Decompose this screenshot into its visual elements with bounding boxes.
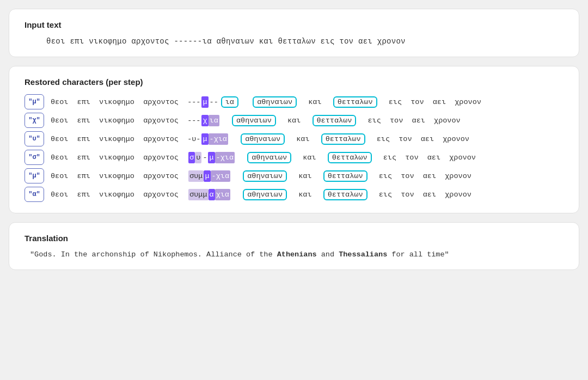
seg-space-4 [235,152,246,163]
seg-sigma-4: σ [188,152,195,163]
translation-card: Translation "Gods. In the archonship of … [9,222,579,270]
seg-mu2-5: μ [204,170,210,182]
seg-kai-2: και [278,115,311,126]
translation-mid: and [317,250,339,259]
seg-prefix-3: θεοι επι νικοφημο αρχοντος -υ- [50,133,201,145]
seg-chi-2: χ [201,115,208,126]
seg-space-3 [228,133,239,145]
seg-prefix-6: θεοι επι νικοφημο αρχοντος [50,189,188,200]
outlined-athenaion-4: αθηναιων [247,152,291,163]
seg-space-6 [230,189,241,200]
steps-container: "μ" θεοι επι νικοφημο αρχοντος ---μ--ια … [24,94,564,202]
char-badge-5: "μ" [24,168,44,183]
char-badge-1: "μ" [24,94,44,109]
seg-space-1 [240,96,251,108]
translation-title: Translation [24,234,564,243]
seg-kai-5: και [289,170,322,182]
seg-dash-4: - [201,152,208,163]
outlined-thessalon-5: θετταλων [323,170,367,182]
seg-mu-3: μ [201,133,208,145]
outlined-athenaion-1: αθηναιων [253,96,297,108]
outlined-ia-1: ια [221,96,238,108]
char-badge-2: "χ" [24,113,44,128]
step-text-6: θεοι επι νικοφημο αρχοντος συμμαχια αθην… [50,189,564,200]
seg-space-5 [230,170,241,182]
seg-prefix-1: θεοι επι νικοφημο αρχοντος --- [50,96,201,108]
restored-characters-card: Restored characters (per step) "μ" θεοι … [9,66,579,213]
step-row-3: "υ" θεοι επι νικοφημο αρχοντος -υ-μ-χια … [24,131,564,146]
translation-bold-thessalians: Thessalians [339,250,387,259]
step-row-4: "σ" θεοι επι νικοφημο αρχοντος συ-μ-χια … [24,150,564,165]
seg-mu-4: μ [208,152,215,163]
outlined-athenaion-2: αθηναιων [232,115,276,126]
seg-prefix-2: θεοι επι νικοφημο αρχοντος --- [50,115,201,126]
input-text-content: θεοι επι νικοφημο αρχοντος ------ια αθην… [24,37,564,46]
seg-kai-1: και [298,96,332,108]
seg-prefix-4: θεοι επι νικοφημο αρχοντος [50,152,188,163]
outlined-thessalon-3: θετταλων [321,133,365,145]
translation-text: "Gods. In the archonship of Nikophemos. … [24,250,564,259]
step-text-1: θεοι επι νικοφημο αρχοντος ---μ--ια αθην… [50,96,564,108]
seg-suffix-6: εις τον αει χρονον [369,189,473,200]
input-text-title: Input text [24,20,564,29]
seg-prefix-5: θεοι επι νικοφημο αρχοντος [50,170,188,182]
step-text-4: θεοι επι νικοφημο αρχοντος συ-μ-χια αθην… [50,152,564,163]
seg-kai-3: και [286,133,320,145]
seg-suffix-5: εις τον αει χρονον [369,170,473,182]
step-text-5: θεοι επι νικοφημο αρχοντος συμμ-χια αθην… [50,170,564,182]
seg-xia-5: -χια [211,170,230,182]
outlined-thessalon-1: θετταλων [333,96,377,108]
seg-suffix-3: εις τον αει χρονον [367,133,470,145]
seg-xia-6: χια [215,189,230,200]
seg-summ-6: συμμ [188,189,208,200]
seg-suffix-1: εις τον αει χρονον [379,96,482,108]
seg-suffix-4: εις τον αει χρονον [373,152,477,163]
outlined-athenaion-5: αθηναιων [243,170,287,182]
step-text-2: θεοι επι νικοφημο αρχοντος ---χια αθηναι… [50,115,564,126]
seg-xia-4: -χια [215,152,235,163]
outlined-athenaion-6: αθηναιων [243,189,287,200]
outlined-athenaion-3: αθηναιων [241,133,285,145]
seg-kai-4: και [293,152,326,163]
translation-suffix: for all time" [387,250,449,259]
seg-upsilon-4: υ [195,152,201,163]
step-row-2: "χ" θεοι επι νικοφημο αρχοντος ---χια αθ… [24,113,564,128]
input-text-card: Input text θεοι επι νικοφημο αρχοντος --… [9,9,579,57]
seg-space-2 [219,115,230,126]
seg-alpha-6: α [209,189,215,200]
step-row-6: "α" θεοι επι νικοφημο αρχοντος συμμαχια … [24,187,564,202]
step-text-3: θεοι επι νικοφημο αρχοντος -υ-μ-χια αθην… [50,133,564,145]
seg-xia-2: ια [209,115,219,126]
step-row-1: "μ" θεοι επι νικοφημο αρχοντος ---μ--ια … [24,94,564,109]
seg-xia-3: -χια [209,133,228,145]
seg-sum-5: συμ [188,170,204,182]
seg-suffix-2: εις τον αει χρονον [358,115,461,126]
seg-kai-6: και [289,189,322,200]
translation-prefix: "Gods. In the archonship of Nikophemos. … [30,250,277,259]
outlined-thessalon-4: θετταλων [328,152,372,163]
translation-bold-athenians: Athenians [277,250,317,259]
outlined-thessalon-6: θετταλων [323,189,367,200]
char-badge-6: "α" [24,187,44,202]
seg-mu-1: μ [201,96,208,108]
char-badge-4: "σ" [24,150,44,165]
step-row-5: "μ" θεοι επι νικοφημο αρχοντος συμμ-χια … [24,168,564,183]
restored-title: Restored characters (per step) [24,77,564,87]
char-badge-3: "υ" [24,131,44,146]
seg-dashes-1: -- [209,96,219,108]
outlined-thessalon-2: θετταλων [313,115,357,126]
